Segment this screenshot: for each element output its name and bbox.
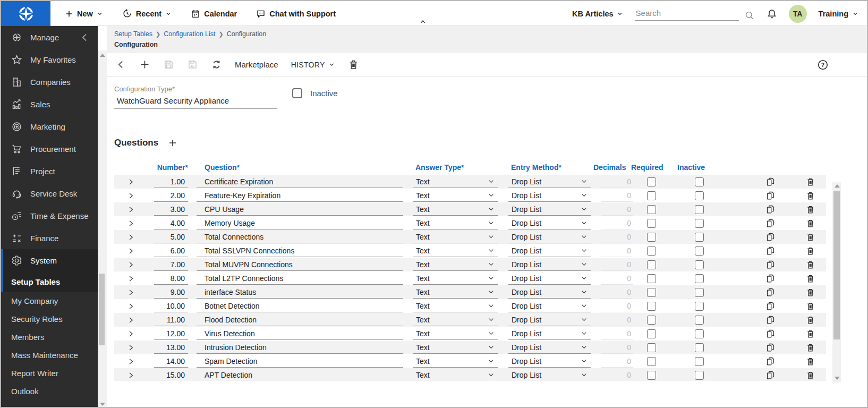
required-checkbox[interactable] bbox=[647, 357, 656, 366]
question-number-field[interactable]: 7.00 bbox=[154, 258, 188, 271]
copy-row-button[interactable] bbox=[764, 341, 776, 354]
expand-row-button[interactable] bbox=[124, 285, 138, 299]
calendar-button[interactable]: Calendar bbox=[191, 9, 237, 19]
answer-type-select[interactable]: Text bbox=[413, 231, 498, 243]
search-icon[interactable] bbox=[744, 10, 755, 21]
required-checkbox[interactable] bbox=[647, 288, 656, 297]
copy-row-button[interactable] bbox=[764, 202, 776, 216]
entry-method-select[interactable]: Drop List bbox=[508, 327, 591, 340]
entry-method-select[interactable]: Drop List bbox=[508, 272, 591, 285]
expand-row-button[interactable] bbox=[124, 258, 138, 271]
question-text-field[interactable]: Total L2TP Connections bbox=[197, 272, 403, 285]
copy-row-button[interactable] bbox=[764, 230, 776, 244]
required-checkbox[interactable] bbox=[647, 219, 656, 228]
back-button[interactable] bbox=[115, 59, 126, 70]
question-text-field[interactable]: CPU Usage bbox=[197, 203, 403, 216]
refresh-button[interactable] bbox=[211, 59, 222, 70]
entry-method-select[interactable]: Drop List bbox=[508, 369, 591, 381]
copy-row-button[interactable] bbox=[764, 285, 776, 299]
add-question-button[interactable] bbox=[168, 138, 177, 148]
breadcrumb-configuration-list[interactable]: Configuration List bbox=[164, 30, 215, 38]
copy-row-button[interactable] bbox=[764, 327, 776, 341]
expand-row-button[interactable] bbox=[124, 189, 138, 202]
sidebar-item-sales[interactable]: Sales bbox=[1, 93, 98, 115]
scroll-up-arrow[interactable] bbox=[100, 54, 105, 57]
inactive-checkbox[interactable] bbox=[695, 177, 704, 186]
entry-method-select[interactable]: Drop List bbox=[508, 175, 591, 188]
required-checkbox[interactable] bbox=[647, 329, 656, 338]
help-button[interactable]: ? bbox=[817, 59, 829, 71]
answer-type-select[interactable]: Text bbox=[413, 244, 498, 257]
expand-row-button[interactable] bbox=[124, 354, 138, 368]
entry-method-select[interactable]: Drop List bbox=[508, 217, 591, 230]
inactive-checkbox[interactable] bbox=[695, 191, 704, 200]
inactive-checkbox[interactable] bbox=[695, 288, 704, 297]
chat-support-button[interactable]: Chat with Support bbox=[256, 9, 336, 19]
answer-type-select[interactable]: Text bbox=[413, 355, 498, 368]
question-number-field[interactable]: 2.00 bbox=[154, 189, 188, 202]
answer-type-select[interactable]: Text bbox=[413, 258, 498, 271]
entry-method-select[interactable]: Drop List bbox=[508, 203, 591, 216]
copy-row-button[interactable] bbox=[764, 299, 776, 313]
answer-type-select[interactable]: Text bbox=[413, 327, 498, 340]
question-text-field[interactable]: Virus Detection bbox=[197, 327, 403, 340]
search-input[interactable] bbox=[635, 7, 739, 21]
answer-type-select[interactable]: Text bbox=[413, 286, 498, 299]
required-checkbox[interactable] bbox=[647, 246, 656, 256]
answer-type-select[interactable]: Text bbox=[413, 203, 498, 216]
expand-row-button[interactable] bbox=[124, 313, 138, 327]
config-type-field[interactable]: WatchGuard Security Appliance bbox=[114, 93, 277, 109]
question-text-field[interactable]: Total MUVPN Connections bbox=[197, 258, 403, 271]
sidebar-item-procurement[interactable]: Procurement bbox=[1, 138, 98, 160]
delete-row-button[interactable] bbox=[804, 189, 816, 202]
notifications-bell-icon[interactable] bbox=[767, 8, 777, 19]
delete-row-button[interactable] bbox=[804, 175, 816, 189]
expand-row-button[interactable] bbox=[124, 216, 138, 230]
collapse-sidebar-icon[interactable] bbox=[79, 32, 90, 43]
sidebar-item-finance[interactable]: Finance bbox=[1, 227, 98, 249]
delete-row-button[interactable] bbox=[804, 327, 816, 341]
inactive-checkbox[interactable] bbox=[695, 219, 704, 228]
question-number-field[interactable]: 10.00 bbox=[154, 300, 188, 312]
kb-articles-dropdown[interactable]: KB Articles bbox=[572, 10, 623, 18]
entry-method-select[interactable]: Drop List bbox=[508, 286, 591, 299]
breadcrumb-setup-tables[interactable]: Setup Tables bbox=[114, 30, 152, 38]
user-menu[interactable]: Training bbox=[819, 10, 858, 18]
question-number-field[interactable]: 4.00 bbox=[154, 217, 188, 230]
scroll-down-arrow[interactable] bbox=[835, 377, 840, 380]
expand-row-button[interactable] bbox=[124, 244, 138, 258]
question-number-field[interactable]: 11.00 bbox=[154, 313, 188, 326]
sidebar-item-manage[interactable]: Manage bbox=[1, 26, 98, 48]
recent-menu-button[interactable]: Recent bbox=[122, 8, 172, 19]
expand-row-button[interactable] bbox=[124, 299, 138, 313]
copy-row-button[interactable] bbox=[764, 313, 776, 327]
delete-row-button[interactable] bbox=[804, 271, 816, 285]
entry-method-select[interactable]: Drop List bbox=[508, 258, 591, 271]
inactive-checkbox[interactable] bbox=[695, 329, 704, 338]
inactive-checkbox[interactable] bbox=[695, 274, 704, 283]
sidebar-subitem-security-roles[interactable]: Security Roles bbox=[1, 310, 98, 328]
sidebar-item-system[interactable]: System bbox=[1, 249, 98, 271]
new-menu-button[interactable]: New bbox=[65, 10, 103, 18]
delete-row-button[interactable] bbox=[804, 299, 816, 313]
required-checkbox[interactable] bbox=[647, 233, 656, 242]
required-checkbox[interactable] bbox=[647, 302, 656, 311]
question-number-field[interactable]: 3.00 bbox=[154, 203, 188, 216]
answer-type-select[interactable]: Text bbox=[413, 369, 498, 381]
sidebar-subitem-members[interactable]: Members bbox=[1, 328, 98, 346]
question-text-field[interactable]: Intrusion Detection bbox=[197, 341, 403, 354]
expand-row-button[interactable] bbox=[124, 175, 138, 189]
answer-type-select[interactable]: Text bbox=[413, 175, 498, 188]
entry-method-select[interactable]: Drop List bbox=[508, 189, 591, 202]
copy-row-button[interactable] bbox=[764, 189, 776, 202]
sidebar-subitem-report-writer[interactable]: Report Writer bbox=[1, 364, 98, 382]
sidebar-item-marketing[interactable]: Marketing bbox=[1, 115, 98, 138]
answer-type-select[interactable]: Text bbox=[413, 217, 498, 230]
required-checkbox[interactable] bbox=[647, 260, 656, 269]
required-checkbox[interactable] bbox=[647, 205, 656, 214]
question-text-field[interactable]: Certificate Expiration bbox=[197, 175, 403, 188]
copy-row-button[interactable] bbox=[764, 368, 776, 381]
question-text-field[interactable]: Total SSLVPN Connections bbox=[197, 244, 403, 257]
inactive-checkbox[interactable] bbox=[292, 88, 302, 98]
inactive-checkbox[interactable] bbox=[695, 371, 704, 380]
